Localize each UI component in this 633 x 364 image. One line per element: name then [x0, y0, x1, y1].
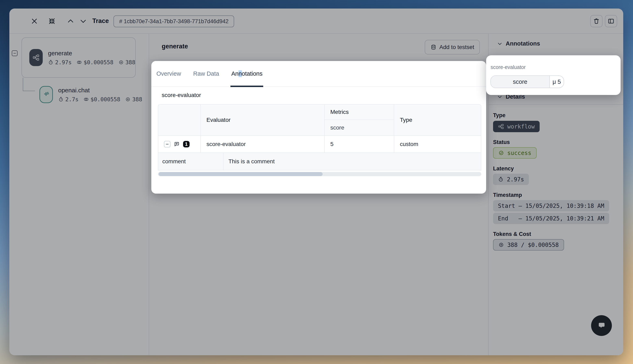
plus-circle-icon [125, 96, 130, 102]
close-icon[interactable] [30, 17, 39, 25]
sparkles-icon [40, 86, 53, 103]
minus-icon [165, 142, 170, 146]
horizontal-scrollbar[interactable] [158, 172, 481, 176]
trace-node-openai-chat[interactable]: openai.chat 2.7s $0.000558 388 [40, 86, 142, 103]
evaluator-section-title: score-evaluator [162, 92, 201, 98]
divider [150, 60, 488, 60]
stopwatch-icon [48, 60, 54, 65]
minus-icon [12, 51, 17, 56]
table-header-row: Evaluator Metrics score Type [158, 104, 481, 136]
collapse-icon[interactable] [48, 17, 56, 25]
type-badge: workflow [493, 121, 540, 132]
trace-modal: Trace # 1cbb70e7-34a1-7bb7-3498-771b7d46… [9, 8, 623, 355]
timestamp-label: Timestamp [493, 192, 522, 198]
check-circle-icon [498, 150, 504, 156]
node-name: generate [48, 50, 135, 57]
metric-mean-value: μ 5 [550, 76, 564, 88]
annotation-evaluator-label: score-evaluator [490, 64, 526, 70]
node-latency: 2.97s [48, 59, 72, 66]
type-label: Type [493, 112, 506, 118]
trace-tree-sidebar: generate 2.97s $0.000558 388 [9, 34, 149, 355]
metric-name: score [491, 76, 550, 88]
tokens-cost-badge: 388 / $0.000558 [493, 239, 564, 250]
chevron-up-icon[interactable] [67, 17, 75, 25]
stopwatch-icon [498, 176, 504, 182]
tab-overview[interactable]: Overview [156, 61, 182, 87]
header-evaluator: Evaluator [200, 104, 324, 136]
comment-count-badge: 1 [183, 141, 190, 148]
side-panel-icon [608, 18, 614, 24]
tab-raw-data[interactable]: Raw Data [192, 61, 220, 87]
tree-connector [23, 91, 35, 91]
database-icon [430, 44, 436, 50]
tab-bar: Overview Raw Data Annotations [151, 61, 486, 87]
span-title: generate [162, 43, 188, 50]
comment-icon[interactable] [174, 141, 180, 147]
divider [488, 104, 623, 105]
cell-evaluator: score-evaluator [200, 136, 324, 152]
side-panel-toggle-button[interactable] [605, 15, 617, 27]
trace-id-badge: # 1cbb70e7-34a1-7bb7-3498-771b7d46d942 [114, 16, 234, 27]
timestamp-start-badge: Start — 15/05/2025, 10:39:18 AM [493, 200, 609, 212]
trace-node-generate[interactable]: generate 2.97s $0.000558 388 [22, 38, 136, 78]
add-to-testset-button[interactable]: Add to testset [425, 40, 480, 54]
node-latency: 2.7s [58, 96, 78, 102]
annotation-score-card: score-evaluator score μ 5 [486, 55, 620, 95]
timestamp-end-badge: End — 15/05/2025, 10:39:21 AM [493, 213, 609, 224]
tree-collapse-toggle[interactable] [12, 50, 18, 56]
support-chat-button[interactable] [591, 315, 612, 336]
status-label: Status [493, 139, 510, 146]
trace-topbar: Trace # 1cbb70e7-34a1-7bb7-3498-771b7d46… [9, 8, 623, 34]
cell-type: custom [394, 136, 481, 152]
trash-button[interactable] [590, 15, 602, 27]
annotations-table: Evaluator Metrics score Type [158, 104, 481, 176]
latency-badge: 2.97s [493, 174, 529, 185]
status-badge: success [493, 147, 536, 158]
chat-bubble-icon [596, 320, 607, 331]
annotations-section-header: Annotations [506, 40, 540, 47]
coins-icon [84, 96, 89, 102]
node-tokens: 388 [125, 96, 142, 102]
cell-score: 5 [324, 136, 394, 152]
workflow-icon [498, 124, 504, 130]
header-type: Type [394, 104, 481, 136]
header-controls-cell [158, 104, 200, 136]
latency-label: Latency [493, 166, 514, 172]
row-collapse-button[interactable] [164, 141, 170, 148]
node-cost: $0.000558 [84, 96, 120, 102]
coins-icon [76, 60, 82, 65]
tree-connector [23, 78, 23, 91]
scrollbar-thumb[interactable] [159, 172, 322, 176]
node-name: openai.chat [58, 87, 142, 94]
annotations-tab-panel: Overview Raw Data Annotations score-eval… [151, 61, 486, 194]
annotations-section-chevron-icon[interactable] [497, 41, 503, 47]
plus-circle-icon [118, 60, 124, 65]
comment-key: comment [158, 153, 224, 170]
header-metric-score: score [325, 120, 394, 136]
plus-circle-icon [498, 242, 504, 248]
page-title: Trace [92, 17, 109, 24]
comment-value: This is a comment [224, 153, 481, 170]
comment-expanded-row: comment This is a comment [158, 152, 481, 170]
chevron-down-icon[interactable] [79, 17, 88, 25]
node-tokens: 388 [118, 59, 136, 66]
score-metric-pill[interactable]: score μ 5 [490, 76, 564, 88]
tokens-cost-label: Tokens & Cost [493, 231, 531, 237]
stopwatch-icon [58, 96, 64, 102]
trash-icon [593, 18, 600, 24]
node-cost: $0.000558 [76, 59, 113, 66]
tab-annotations[interactable]: Annotations [230, 61, 263, 87]
header-metrics: Metrics score [324, 104, 394, 136]
table-row[interactable]: 1 score-evaluator 5 custom [158, 136, 481, 152]
workflow-icon [29, 49, 43, 66]
